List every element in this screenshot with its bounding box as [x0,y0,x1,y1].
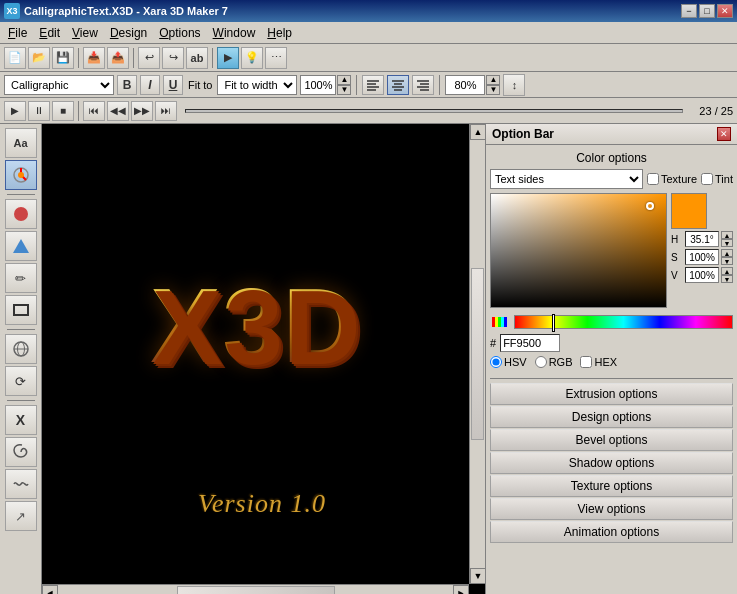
next-frame-button[interactable]: ▶▶ [131,101,153,121]
sat-up[interactable]: ▲ [721,249,733,257]
pause-button[interactable]: ⏸ [28,101,50,121]
pencil-tool[interactable]: ✏ [5,263,37,293]
sat-down[interactable]: ▼ [721,257,733,265]
animation-options-button[interactable]: Animation options [490,521,733,543]
playback-slider[interactable] [185,109,683,113]
circle-tool[interactable] [5,199,37,229]
toolbar-sep-2 [133,48,134,68]
val-input[interactable] [685,267,719,283]
hscroll-thumb[interactable] [177,586,335,594]
minimize-button[interactable]: − [681,4,697,18]
view-options-button[interactable]: View options [490,498,733,520]
align-right-button[interactable] [412,75,434,95]
hscroll-track[interactable] [58,585,453,594]
fit-select[interactable]: Fit to width Fit to height Fit to page [217,75,297,95]
light-button[interactable]: 💡 [241,47,263,69]
zoom-down[interactable]: ▼ [337,85,351,95]
rotate-down[interactable]: ▼ [486,85,500,95]
scroll-right-button[interactable]: ► [453,585,469,594]
hue-down[interactable]: ▼ [721,239,733,247]
more-button[interactable]: ⋯ [265,47,287,69]
val-down[interactable]: ▼ [721,275,733,283]
zoom-input[interactable] [300,75,336,95]
scroll-down-button[interactable]: ▼ [470,568,485,584]
hex-display-checkbox[interactable] [580,356,592,368]
new-button[interactable]: 📄 [4,47,26,69]
hue-up[interactable]: ▲ [721,231,733,239]
first-frame-button[interactable]: ⏮ [83,101,105,121]
rotate-box: ▲ ▼ [445,75,500,95]
scroll-up-button[interactable]: ▲ [470,124,485,140]
extrusion-options-button[interactable]: Extrusion options [490,383,733,405]
tint-checkbox[interactable] [701,173,713,185]
texture-options-button[interactable]: Texture options [490,475,733,497]
hue-bar[interactable] [514,315,733,329]
shadow-options-button[interactable]: Shadow options [490,452,733,474]
canvas-content[interactable]: X3D Version 1.0 [42,124,469,584]
color-preview-box[interactable] [671,193,707,229]
close-button[interactable]: ✕ [717,4,733,18]
vscroll-thumb[interactable] [471,268,484,439]
menu-bar: File Edit View Design Options Window Hel… [0,22,737,44]
italic-button[interactable]: I [140,75,160,95]
menu-help[interactable]: Help [261,24,298,42]
zoom-up[interactable]: ▲ [337,75,351,85]
hex-input[interactable] [500,334,560,352]
export-button[interactable]: 📤 [107,47,129,69]
sat-input[interactable] [685,249,719,265]
texture-checkbox[interactable] [647,173,659,185]
arrow-tool[interactable]: ↗ [5,501,37,531]
color-gradient-box[interactable] [490,193,667,308]
rect-tool[interactable] [5,295,37,325]
scroll-left-button[interactable]: ◄ [42,585,58,594]
x-tool[interactable]: X [5,405,37,435]
rotate-up[interactable]: ▲ [486,75,500,85]
hsv-radio[interactable] [490,356,502,368]
val-up[interactable]: ▲ [721,267,733,275]
option-buttons-container: Extrusion options Design options Bevel o… [486,381,737,594]
text-tool[interactable]: Aa [5,128,37,158]
redo-button[interactable]: ↪ [162,47,184,69]
menu-view[interactable]: View [66,24,104,42]
vscroll-track[interactable] [470,140,485,568]
panel-close-button[interactable]: ✕ [717,127,731,141]
bevel-options-button[interactable]: Bevel options [490,429,733,451]
font-select[interactable]: Calligraphic [4,75,114,95]
color-target-select[interactable]: Text sides Text front Background [490,169,643,189]
bold-button[interactable]: B [117,75,137,95]
rotate-tool[interactable]: ⟳ [5,366,37,396]
open-button[interactable]: 📂 [28,47,50,69]
undo-button[interactable]: ↩ [138,47,160,69]
tool-sep-3 [7,400,35,401]
triangle-tool[interactable] [5,231,37,261]
align-center-button[interactable] [387,75,409,95]
maximize-button[interactable]: □ [699,4,715,18]
sat-label: S [671,252,683,263]
rgb-radio-label: RGB [535,356,573,368]
hue-input[interactable] [685,231,719,247]
flip-button[interactable]: ↕ [503,74,525,96]
underline-button[interactable]: U [163,75,183,95]
animate-button[interactable]: ▶ [217,47,239,69]
frame-counter: 23 / 25 [699,105,733,117]
design-options-button[interactable]: Design options [490,406,733,428]
menu-window[interactable]: Window [207,24,262,42]
rgb-radio[interactable] [535,356,547,368]
align-left-button[interactable] [362,75,384,95]
menu-design[interactable]: Design [104,24,153,42]
text-button[interactable]: ab [186,47,208,69]
prev-frame-button[interactable]: ◀◀ [107,101,129,121]
globe-tool[interactable] [5,334,37,364]
wave-tool[interactable] [5,469,37,499]
save-button[interactable]: 💾 [52,47,74,69]
spiral-tool[interactable] [5,437,37,467]
last-frame-button[interactable]: ⏭ [155,101,177,121]
rotate-input[interactable] [445,75,485,95]
play-button[interactable]: ▶ [4,101,26,121]
menu-options[interactable]: Options [153,24,206,42]
stop-button[interactable]: ■ [52,101,74,121]
import-button[interactable]: 📥 [83,47,105,69]
menu-edit[interactable]: Edit [33,24,66,42]
menu-file[interactable]: File [2,24,33,42]
color-tool[interactable] [5,160,37,190]
